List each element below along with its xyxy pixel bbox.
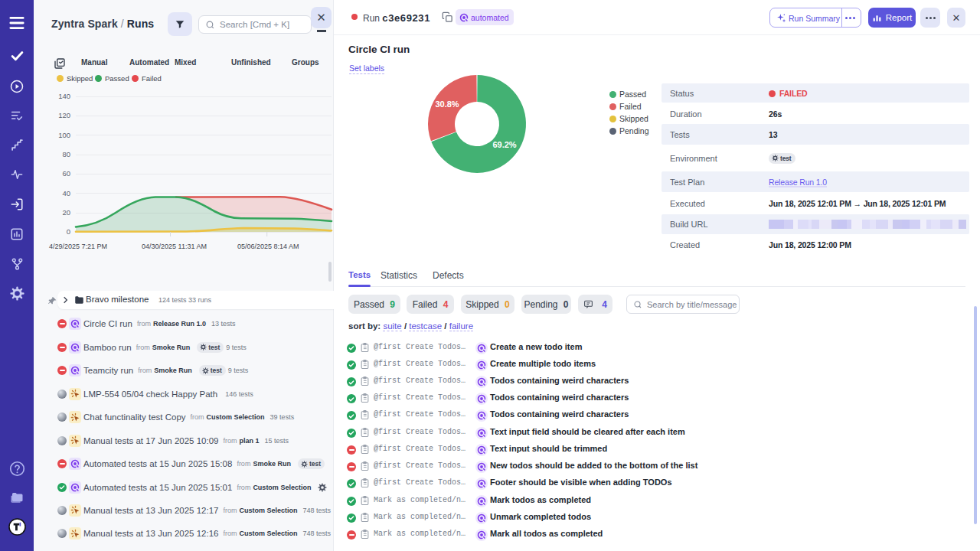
svg-text:30.8%: 30.8% xyxy=(435,99,459,109)
svg-text:69.2%: 69.2% xyxy=(492,140,516,149)
